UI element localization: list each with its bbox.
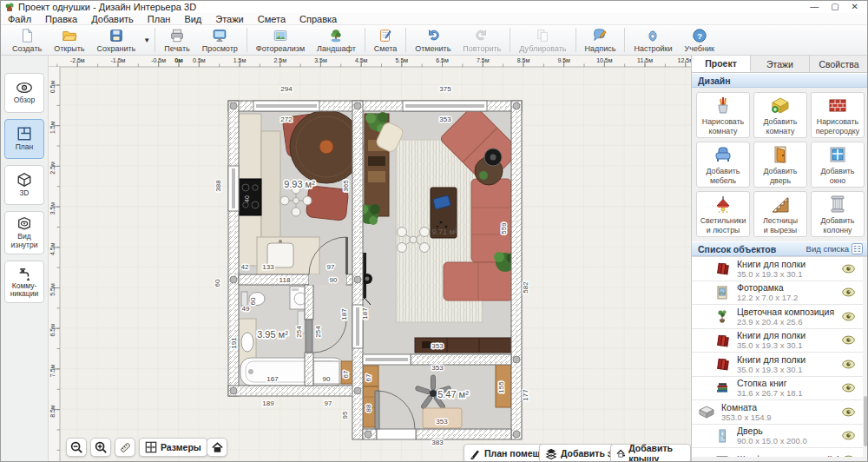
visibility-eye-icon[interactable]	[842, 360, 855, 369]
tab-properties[interactable]: Свойства	[810, 56, 868, 72]
redo-button[interactable]: Повторить	[457, 25, 507, 55]
floor-plan-canvas[interactable]: 294 375 272 353 388 60 365 582 40 42 133…	[49, 56, 691, 462]
add-column-button[interactable]: Добавить колонну	[811, 191, 865, 237]
object-name: Книги для полки	[737, 330, 838, 340]
sidebar-item-plan[interactable]: План	[4, 119, 44, 159]
zoom-in-button[interactable]	[90, 438, 111, 457]
tab-project[interactable]: Проект	[692, 56, 751, 72]
close-icon[interactable]: ✕	[852, 1, 858, 13]
svg-text:353: 353	[436, 418, 448, 426]
maximize-icon[interactable]: ▢	[831, 1, 838, 13]
object-list-row[interactable]: Книги для полки35.0 x 19.3 x 30.1	[692, 257, 868, 281]
wall-left[interactable]	[228, 101, 239, 396]
menu-file[interactable]: Файл	[1, 13, 38, 25]
object-list-row[interactable]: Фоторамка12.2 x 7.0 x 17.2	[692, 281, 868, 306]
add-stairs-button[interactable]: Лестницы и вырезы	[753, 191, 807, 237]
minimize-icon[interactable]: —	[810, 1, 819, 13]
object-list-row[interactable]: Стопка книг31.6 x 26.7 x 18.1	[692, 377, 868, 401]
object-list-row[interactable]: Шкаф двухстворчатый Анели	[692, 448, 868, 457]
dimensions-toggle-button[interactable]: Размеры	[139, 438, 207, 457]
svg-text:49: 49	[242, 305, 250, 313]
wall-bottom-left-block[interactable]	[228, 386, 363, 396]
pass-through-opening[interactable]	[363, 354, 411, 365]
object-name: Книги для полки	[737, 259, 838, 269]
menu-edit[interactable]: Правка	[38, 13, 84, 25]
wall-bathroom-right[interactable]	[305, 285, 313, 320]
svg-text:191: 191	[230, 337, 238, 349]
window-icon	[827, 144, 848, 165]
object-list-scrollbar[interactable]	[863, 257, 868, 457]
tab-floors[interactable]: Этажи	[751, 56, 810, 72]
object-list-row[interactable]: Книги для полки35.0 x 19.3 x 30.1	[692, 329, 868, 353]
duplicate-button[interactable]: Дублировать	[513, 25, 572, 55]
new-button[interactable]: Создать	[6, 25, 48, 55]
svg-text:559: 559	[500, 222, 508, 234]
draw-room-button[interactable]: Нарисовать комнату	[696, 92, 750, 138]
column-icon	[827, 194, 848, 214]
estimate-button[interactable]: Смета	[368, 25, 403, 55]
menu-plan[interactable]: План	[141, 13, 178, 25]
add-light-button[interactable]: Светильники и люстры	[696, 191, 750, 237]
sidebar-item-overview[interactable]: Обзор	[4, 73, 44, 113]
visibility-eye-icon[interactable]	[842, 383, 855, 393]
object-list-row[interactable]: Книги для полки35.0 x 19.3 x 30.1	[692, 353, 868, 377]
visibility-eye-icon[interactable]	[842, 287, 855, 297]
visibility-eye-icon[interactable]	[842, 431, 855, 440]
visibility-eye-icon[interactable]	[842, 264, 855, 274]
wall-kitchen-bottom[interactable]	[239, 274, 309, 285]
window[interactable]	[228, 166, 239, 211]
scrollbar-thumb[interactable]	[864, 396, 867, 446]
wall-living-entrance[interactable]	[411, 354, 511, 365]
visibility-eye-icon[interactable]	[842, 455, 855, 457]
menu-add[interactable]: Добавить	[84, 13, 141, 25]
sidebar-item-3d[interactable]: 3D	[4, 165, 44, 205]
undo-button[interactable]: Отменить	[409, 25, 457, 55]
tutorial-button[interactable]: ?Учебник	[679, 25, 720, 55]
object-dimensions: 35.0 x 19.3 x 30.1	[737, 365, 838, 374]
duplicate-pages-icon	[535, 28, 550, 43]
add-roof-button[interactable]: Добавить крышу	[610, 444, 691, 462]
home-button[interactable]	[207, 438, 227, 457]
menu-help[interactable]: Справка	[293, 13, 344, 25]
tv-stand[interactable]	[415, 338, 511, 353]
zoom-out-button[interactable]	[66, 438, 87, 457]
visibility-eye-icon[interactable]	[842, 312, 855, 321]
add-window-button[interactable]: Добавить окно	[811, 142, 865, 188]
save-dropdown-arrow[interactable]: ▼	[141, 36, 152, 44]
measure-button[interactable]	[115, 438, 135, 457]
visibility-eye-icon[interactable]	[842, 335, 855, 345]
add-furniture-button[interactable]: Добавить мебель	[696, 142, 750, 188]
save-button[interactable]: Сохранить	[91, 25, 142, 55]
svg-text:9.93 м²: 9.93 м²	[284, 179, 315, 189]
svg-text:3.5м: 3.5м	[314, 57, 327, 63]
visibility-eye-icon[interactable]	[842, 407, 855, 417]
plan-canvas-area[interactable]: 294 375 272 353 388 60 365 582 40 42 133…	[49, 56, 691, 462]
open-button[interactable]: Открыть	[48, 25, 90, 55]
room-icon	[697, 403, 716, 420]
window[interactable]	[403, 101, 487, 111]
settings-button[interactable]: Настройки	[628, 25, 678, 55]
window[interactable]	[253, 101, 319, 111]
object-list-row[interactable]: Комната353.0 x 154.9	[692, 400, 868, 425]
stove[interactable]	[239, 179, 261, 215]
draw-partition-button[interactable]: Нарисовать перегородку	[811, 92, 865, 138]
menu-view[interactable]: Вид	[177, 13, 208, 25]
object-list-row[interactable]: Цветочная композиция23.9 x 20.4 x 25.6	[692, 305, 868, 329]
landscape-button[interactable]: Ландшафт	[311, 25, 362, 55]
menu-floors[interactable]: Этажи	[208, 13, 250, 25]
print-button[interactable]: Печать	[158, 25, 195, 55]
label-button[interactable]: Надпись	[579, 25, 622, 55]
object-list-row[interactable]: Дверь90.0 x 15.0 x 200.0	[692, 425, 868, 449]
object-dimensions: 353.0 x 154.9	[721, 412, 838, 422]
wall-right[interactable]	[511, 101, 522, 439]
preview-button[interactable]: Просмотр	[196, 25, 244, 55]
menu-estimate[interactable]: Смета	[251, 13, 293, 25]
svg-text:155: 155	[497, 381, 505, 393]
photorealism-button[interactable]: Фотореализм	[250, 25, 311, 55]
add-door-button[interactable]: Добавить дверь	[753, 142, 807, 188]
add-room-button[interactable]: Добавить комнату	[753, 92, 807, 138]
sidebar-item-utilities[interactable]: Комму- никации	[4, 261, 44, 304]
sidebar-item-inside-view[interactable]: Вид изнутри	[4, 211, 44, 254]
list-view-button[interactable]: Вид списка	[806, 243, 863, 254]
stairs-icon	[770, 194, 791, 214]
